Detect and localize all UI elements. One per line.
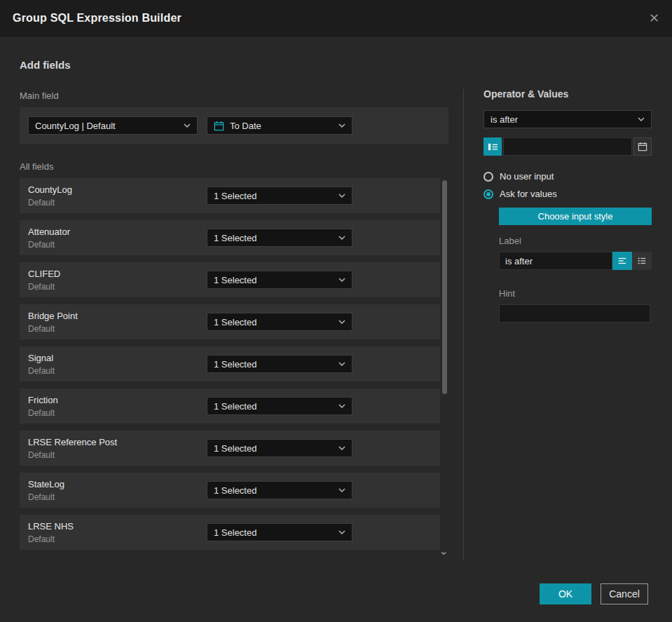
- close-icon[interactable]: ✕: [649, 12, 659, 25]
- list-style-button[interactable]: [632, 252, 652, 270]
- main-field-dropdown[interactable]: CountyLog | Default: [28, 116, 198, 135]
- bulleted-list-icon: [637, 256, 647, 266]
- field-row-info: CLIFED Default: [28, 269, 207, 292]
- field-selected-count: 1 Selected: [214, 359, 256, 370]
- field-selected-dropdown[interactable]: 1 Selected: [207, 439, 352, 457]
- all-fields-list: CountyLog Default 1 Selected Attenuator …: [20, 178, 448, 550]
- label-input-row: [499, 252, 652, 270]
- field-selected-count: 1 Selected: [214, 527, 256, 538]
- field-row-info: StateLog Default: [28, 479, 207, 502]
- field-selected-dropdown[interactable]: 1 Selected: [207, 481, 352, 499]
- label-field-label: Label: [499, 236, 652, 246]
- field-row: CountyLog Default 1 Selected: [20, 178, 440, 213]
- chevron-down-icon: [338, 362, 345, 366]
- field-subtitle: Default: [28, 324, 207, 334]
- value-input-row: [484, 137, 652, 156]
- radio-icon: [484, 172, 493, 182]
- operator-dropdown[interactable]: is after: [484, 110, 652, 128]
- radio-ask-for-values[interactable]: Ask for values: [484, 189, 652, 199]
- main-field-label: Main field: [20, 90, 448, 101]
- all-fields-label: All fields: [20, 161, 448, 172]
- radio-no-user-input[interactable]: No user input: [484, 171, 652, 182]
- field-row: LRSE NHS Default 1 Selected: [20, 515, 440, 550]
- operator-values-heading: Operator & Values: [484, 88, 652, 100]
- field-selected-dropdown[interactable]: 1 Selected: [207, 229, 352, 247]
- date-field-dropdown-value: To Date: [230, 121, 261, 131]
- field-selected-dropdown[interactable]: 1 Selected: [207, 355, 352, 373]
- choose-input-style-button[interactable]: Choose input style: [499, 208, 652, 225]
- main-field-dropdown-value: CountyLog | Default: [35, 121, 116, 131]
- hint-input[interactable]: [499, 304, 650, 323]
- main-field-panel: CountyLog | Default To Date: [20, 107, 448, 144]
- input-style-icon-button[interactable]: [484, 137, 502, 156]
- field-selected-count: 1 Selected: [214, 317, 256, 327]
- field-row: Friction Default 1 Selected: [20, 388, 440, 424]
- field-row: Bridge Point Default 1 Selected: [20, 304, 440, 339]
- field-name: LRSE NHS: [28, 521, 207, 532]
- field-selected-dropdown[interactable]: 1 Selected: [207, 271, 352, 289]
- field-name: Attenuator: [28, 227, 207, 237]
- field-name: Signal: [28, 353, 207, 363]
- field-selected-dropdown[interactable]: 1 Selected: [207, 523, 352, 541]
- calendar-icon: [214, 121, 224, 131]
- field-selected-count: 1 Selected: [214, 401, 256, 412]
- user-input-radio-group: No user input Ask for values: [484, 171, 652, 199]
- scrollbar-thumb[interactable]: [442, 180, 447, 394]
- field-row-info: Friction Default: [28, 395, 207, 418]
- cancel-button[interactable]: Cancel: [601, 583, 648, 604]
- field-row: StateLog Default 1 Selected: [20, 473, 440, 508]
- align-left-style-button[interactable]: [612, 252, 632, 270]
- align-left-icon: [617, 256, 627, 266]
- chevron-down-icon: [338, 236, 345, 240]
- field-selected-count: 1 Selected: [214, 191, 256, 201]
- field-subtitle: Default: [28, 534, 207, 544]
- dialog-footer: OK Cancel: [540, 583, 648, 604]
- field-selected-dropdown[interactable]: 1 Selected: [207, 187, 352, 205]
- dialog-title: Group SQL Expression Builder: [13, 12, 181, 25]
- field-row: CLIFED Default 1 Selected: [20, 262, 440, 297]
- chevron-down-icon: [338, 123, 345, 128]
- field-row-info: Signal Default: [28, 353, 207, 376]
- field-row-info: CountyLog Default: [28, 184, 207, 208]
- scroll-down-chevron-icon[interactable]: ⌄: [439, 544, 448, 557]
- field-subtitle: Default: [28, 366, 207, 376]
- chevron-down-icon: [338, 320, 345, 324]
- field-row-info: LRSE NHS Default: [28, 521, 207, 544]
- field-subtitle: Default: [28, 240, 207, 250]
- field-selected-count: 1 Selected: [214, 443, 256, 454]
- hint-field-label: Hint: [499, 288, 652, 299]
- radio-label: No user input: [500, 171, 554, 182]
- field-subtitle: Default: [28, 492, 207, 502]
- field-name: LRSE Reference Post: [28, 437, 207, 447]
- operator-values-section: Operator & Values is after: [484, 88, 652, 323]
- field-name: CLIFED: [28, 269, 207, 279]
- field-subtitle: Default: [28, 408, 207, 418]
- field-row: Attenuator Default 1 Selected: [20, 220, 440, 255]
- chevron-down-icon: [338, 488, 345, 492]
- field-selected-count: 1 Selected: [214, 233, 256, 243]
- add-fields-section: Add fields Main field CountyLog | Defaul…: [20, 59, 448, 557]
- chevron-down-icon: [338, 530, 345, 534]
- chevron-down-icon: [184, 123, 191, 128]
- list-input-icon: [488, 142, 498, 152]
- value-input[interactable]: [503, 137, 632, 156]
- chevron-down-icon: [338, 278, 345, 282]
- date-picker-button[interactable]: [633, 137, 652, 156]
- field-selected-dropdown[interactable]: 1 Selected: [207, 397, 352, 415]
- chevron-down-icon: [338, 446, 345, 450]
- chevron-down-icon: [638, 117, 645, 121]
- field-name: CountyLog: [28, 184, 207, 195]
- operator-dropdown-value: is after: [491, 114, 518, 125]
- chevron-down-icon: [338, 194, 345, 198]
- field-selected-dropdown[interactable]: 1 Selected: [207, 313, 352, 331]
- field-name: Friction: [28, 395, 207, 405]
- field-subtitle: Default: [28, 450, 207, 460]
- group-sql-expression-builder-dialog: Group SQL Expression Builder ✕ Add field…: [0, 0, 672, 622]
- label-input[interactable]: [499, 252, 612, 270]
- vertical-divider: [463, 89, 464, 560]
- date-field-dropdown[interactable]: To Date: [207, 116, 352, 135]
- calendar-icon: [638, 142, 647, 151]
- ok-button[interactable]: OK: [540, 583, 591, 604]
- field-row-info: LRSE Reference Post Default: [28, 437, 207, 460]
- radio-icon: [484, 189, 493, 199]
